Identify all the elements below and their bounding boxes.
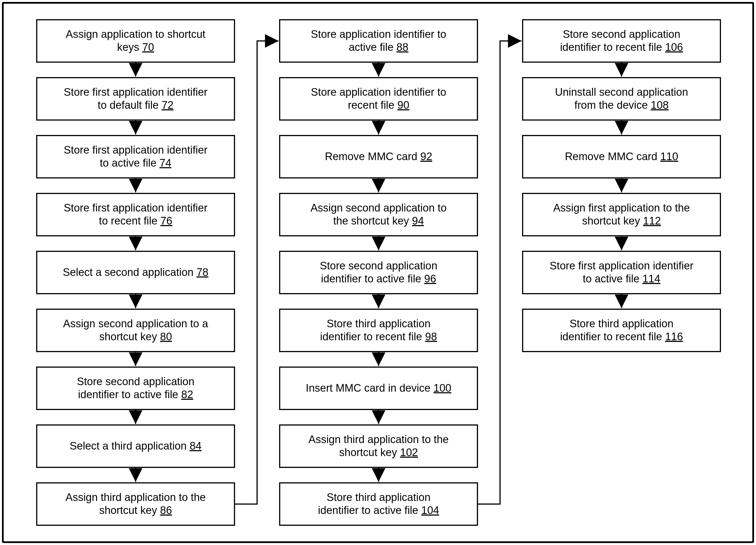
- flow-step-text: Assign first application to the: [553, 202, 690, 214]
- flow-step-text: shortcut key 86: [99, 504, 172, 516]
- step-ref: 94: [412, 215, 424, 227]
- flow-step-70: [37, 20, 234, 62]
- flow-step-86: [37, 483, 234, 525]
- flow-step-text: active file 88: [349, 41, 408, 53]
- flow-step-text: Store third application: [570, 318, 674, 329]
- flow-step-text: to active file 74: [100, 157, 171, 169]
- flow-step-98: [280, 309, 477, 351]
- flow-step-text: to default file 72: [98, 99, 173, 111]
- flow-step-text: Assign third application to the: [309, 433, 449, 445]
- flow-step-text: Store first application identifier: [64, 86, 207, 98]
- flow-step-80: [37, 309, 234, 351]
- step-ref: 116: [665, 331, 683, 342]
- flow-arrow-column-connector: [477, 41, 522, 504]
- flow-step-text: identifier to active file 82: [78, 388, 193, 400]
- flow-step-text: to active file 114: [583, 273, 661, 284]
- step-ref: 112: [643, 215, 661, 227]
- flow-step-116: [523, 309, 720, 351]
- flow-step-74: [37, 136, 234, 178]
- step-ref: 110: [660, 151, 678, 162]
- step-ref: 104: [421, 504, 439, 516]
- flow-step-text: Remove MMC card 92: [325, 151, 432, 162]
- flow-step-text: recent file 90: [348, 99, 409, 111]
- flow-step-text: shortcut key 112: [582, 215, 661, 227]
- step-ref: 78: [196, 266, 208, 278]
- flow-step-72: [37, 78, 234, 120]
- flow-step-text: Select a second application 78: [63, 266, 208, 278]
- flow-step-76: [37, 194, 234, 236]
- flow-step-90: [280, 78, 477, 120]
- step-ref: 114: [642, 273, 660, 284]
- step-ref: 92: [420, 151, 432, 162]
- step-ref: 82: [181, 388, 193, 400]
- flow-step-text: identifier to recent file 116: [560, 331, 683, 342]
- flow-step-text: Store first application identifier: [64, 202, 207, 214]
- flow-step-text: Store first application identifier: [549, 260, 693, 272]
- flow-step-text: identifier to recent file 106: [560, 41, 683, 53]
- flow-step-text: identifier to active file 96: [321, 273, 436, 284]
- flow-step-106: [523, 20, 720, 62]
- step-ref: 98: [425, 331, 437, 342]
- flow-step-text: keys 70: [117, 41, 154, 53]
- flow-step-text: identifier to recent file 98: [320, 331, 437, 342]
- step-ref: 84: [190, 440, 201, 452]
- flow-step-text: Assign second application to a: [63, 318, 208, 329]
- step-ref: 96: [424, 273, 436, 284]
- flow-step-108: [523, 78, 720, 120]
- step-ref: 106: [665, 41, 683, 53]
- step-ref: 70: [142, 41, 154, 53]
- flow-step-text: Remove MMC card 110: [565, 151, 678, 162]
- step-ref: 80: [160, 331, 172, 342]
- flow-step-text: Store third application: [327, 491, 431, 503]
- flow-step-text: Insert MMC card in device 100: [306, 382, 451, 394]
- flow-step-text: Store third application: [327, 318, 431, 329]
- step-ref: 86: [160, 504, 172, 516]
- step-ref: 74: [159, 157, 171, 169]
- flow-step-text: Store application identifier to: [311, 28, 446, 40]
- step-ref: 100: [433, 382, 451, 394]
- flow-step-114: [523, 251, 720, 294]
- flow-step-102: [280, 425, 477, 467]
- flow-step-88: [280, 20, 477, 62]
- flowchart: Assign application to shortcutkeys 70Sto…: [0, 0, 756, 545]
- flow-step-text: shortcut key 102: [339, 446, 418, 458]
- flow-step-text: Store application identifier to: [311, 86, 446, 98]
- step-ref: 72: [162, 99, 173, 111]
- flow-step-82: [37, 367, 234, 409]
- step-ref: 108: [651, 99, 668, 111]
- flow-step-text: identifier to active file 104: [318, 504, 439, 516]
- flow-step-94: [280, 194, 477, 236]
- flow-step-text: Store second application: [563, 28, 680, 40]
- flow-step-text: to recent file 76: [99, 215, 172, 227]
- step-ref: 90: [397, 99, 409, 111]
- flow-arrow-column-connector: [234, 41, 279, 504]
- flow-step-112: [523, 194, 720, 236]
- flow-step-text: Select a third application 84: [70, 440, 202, 452]
- flow-step-text: from the device 108: [574, 99, 669, 111]
- flow-step-text: shortcut key 80: [99, 331, 172, 342]
- flow-step-text: Assign third application to the: [66, 491, 206, 503]
- flow-step-text: Assign second application to: [310, 202, 447, 214]
- flow-step-text: Store second application: [320, 260, 437, 272]
- flow-step-96: [280, 251, 477, 294]
- step-ref: 76: [160, 215, 172, 227]
- step-ref: 102: [400, 446, 418, 458]
- flow-step-text: the shortcut key 94: [333, 215, 424, 227]
- flow-step-104: [280, 483, 477, 525]
- step-ref: 88: [396, 41, 408, 53]
- flow-step-text: Store first application identifier: [64, 144, 207, 156]
- flow-step-text: Assign application to shortcut: [66, 28, 206, 40]
- flow-step-text: Store second application: [77, 375, 194, 387]
- flow-step-text: Uninstall second application: [555, 86, 688, 98]
